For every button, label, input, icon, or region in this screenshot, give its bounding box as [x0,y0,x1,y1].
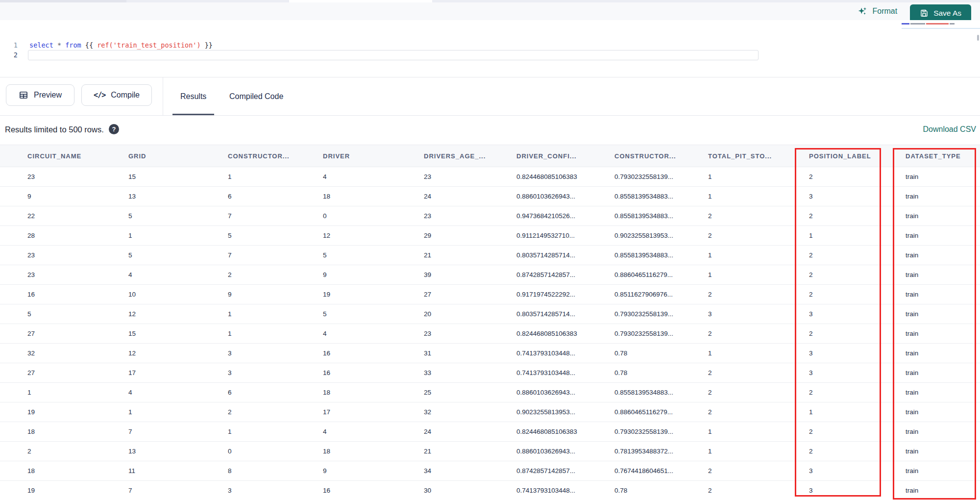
table-cell: 2 [809,246,906,265]
column-header-dataset-type[interactable]: DATASET_TYPE [906,145,980,167]
column-header-grid[interactable]: GRID [128,145,228,167]
action-bar-divider [163,77,163,115]
table-cell: 1 [708,344,809,363]
table-cell: 3 [809,481,906,500]
format-button[interactable]: Format [857,6,897,17]
table-cell: 2 [708,324,809,344]
table-cell: train [906,285,980,304]
table-cell: 8 [228,461,323,481]
table-cell: 0.78 [614,344,708,363]
table-cell: 9 [323,461,424,481]
save-as-button[interactable]: Save As [910,4,971,23]
download-csv-link[interactable]: Download CSV [923,125,977,134]
table-cell: 5 [323,304,424,324]
table-cell: 2 [708,402,809,422]
ide-query-pane: Format Save As 1 2 select * from {{ ref(… [0,0,980,500]
table-cell: 32 [0,344,128,363]
table-cell: 15 [128,167,228,187]
table-cell: 0 [323,206,424,226]
table-cell: 21 [424,442,516,461]
table-cell: 4 [323,422,424,442]
column-header-total-pit-sto[interactable]: TOTAL_PIT_STO... [708,145,809,167]
results-limit-text: Results limited to 500 rows. [5,125,104,134]
table-row: 51215200.8035714285714...0.7930232558139… [0,304,980,324]
column-header-constructor[interactable]: CONSTRUCTOR... [228,145,323,167]
sparkles-icon [857,6,868,17]
table-cell: 0.78 [614,363,708,383]
table-cell: 0.9023255813953... [614,226,708,246]
table-cell: 0.9171974522292... [516,285,614,304]
table-cell: 7 [228,206,323,226]
table-cell: 4 [128,265,228,285]
table-cell: 16 [323,344,424,363]
code-token: select [29,41,53,49]
code-token: }} [201,41,213,49]
code-token: * [57,41,61,49]
editor-scrollbar[interactable] [977,35,979,41]
column-header-position-label[interactable]: POSITION_LABEL [809,145,906,167]
table-cell: 2 [228,402,323,422]
table-cell: 7 [128,481,228,500]
table-cell: 2 [809,206,906,226]
tab-results[interactable]: Results [172,77,214,115]
table-cell: train [906,324,980,344]
column-header-driver-confi[interactable]: DRIVER_CONFI... [516,145,614,167]
tab-results-label: Results [180,92,206,101]
table-cell: 3 [708,304,809,324]
table-cell: 0 [228,442,323,461]
table-cell: 13 [128,442,228,461]
editor-minimap[interactable] [902,23,961,25]
table-cell: 18 [323,442,424,461]
column-header-constructor[interactable]: CONSTRUCTOR... [614,145,708,167]
table-row: 181189340.8742857142857...0.767441860465… [0,461,980,481]
results-table: CIRCUIT_NAMEGRIDCONSTRUCTOR...DRIVERDRIV… [0,145,980,500]
table-cell: 23 [0,167,128,187]
compile-button[interactable]: </> Compile [81,84,152,106]
table-cell: 39 [424,265,516,285]
table-row: 913618240.8860103626943...0.855813953488… [0,187,980,206]
table-cell: 0.8742857142857... [516,461,614,481]
column-header-circuit-name[interactable]: CIRCUIT_NAME [0,145,128,167]
table-cell: 2 [809,324,906,344]
table-cell: 17 [323,402,424,422]
table-cell: 11 [128,461,228,481]
table-cell: 0.7413793103448... [516,481,614,500]
code-line[interactable]: select * from {{ ref('train_test_positio… [29,41,213,49]
table-cell: 34 [424,461,516,481]
table-cell: 2 [0,442,128,461]
table-cell: 4 [323,324,424,344]
query-action-bar: Preview </> Compile Results Compiled Cod… [0,77,980,115]
table-cell: 30 [424,481,516,500]
table-cell: 16 [323,363,424,383]
format-button-label: Format [872,7,897,16]
table-cell: train [906,481,980,500]
table-cell: 0.9112149532710... [516,226,614,246]
table-row: 3212316310.7413793103448...0.7813train [0,344,980,363]
help-icon[interactable]: ? [109,124,119,134]
table-row: 271514230.8244680851063830.7930232558139… [0,324,980,344]
table-cell: 0.7674418604651... [614,461,708,481]
column-header-driver[interactable]: DRIVER [323,145,424,167]
table-cell: 15 [128,324,228,344]
sql-editor[interactable]: 1 2 select * from {{ ref('train_test_pos… [0,20,980,77]
preview-button[interactable]: Preview [6,84,74,106]
table-cell: 20 [424,304,516,324]
tab-compiled-code-label: Compiled Code [229,92,283,101]
preview-button-label: Preview [34,91,62,100]
table-cell: train [906,265,980,285]
table-cell: 0.7930232558139... [614,167,708,187]
active-line-highlight[interactable] [28,50,759,60]
table-cell: 1 [228,422,323,442]
table-cell: 0.7413793103448... [516,344,614,363]
table-cell: 0.824468085106383 [516,324,614,344]
code-token [61,41,65,49]
table-cell: 0.8558139534883... [614,206,708,226]
table-cell: 29 [424,226,516,246]
floppy-disk-icon [920,9,929,18]
table-cell: 1 [0,383,128,402]
table-row: 22570230.9473684210526...0.8558139534883… [0,206,980,226]
table-cell: 5 [0,304,128,324]
column-header-drivers-age[interactable]: DRIVERS_AGE_... [424,145,516,167]
tab-compiled-code[interactable]: Compiled Code [224,77,288,115]
code-brackets-icon: </> [94,91,105,100]
